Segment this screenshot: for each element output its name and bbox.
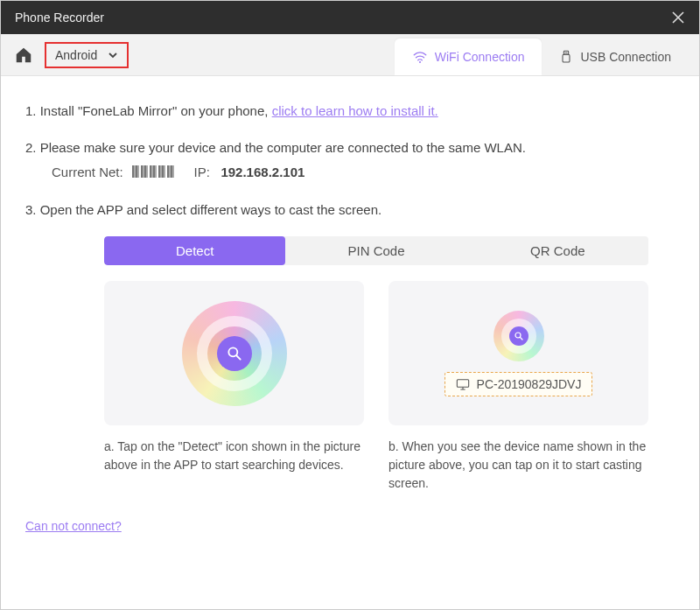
- wifi-icon: [412, 49, 428, 65]
- tab-usb-label: USB Connection: [580, 50, 671, 64]
- svg-rect-1: [564, 51, 569, 54]
- cast-method-tabs: Detect PIN Code QR Code: [104, 236, 648, 265]
- toolbar: Android WiFi Connection USB Connection: [1, 34, 699, 76]
- app-title: Phone Recorder: [15, 11, 104, 25]
- usb-icon: [559, 49, 573, 65]
- connection-tabs: WiFi Connection USB Connection: [395, 34, 689, 75]
- svg-rect-2: [563, 54, 570, 62]
- svg-rect-4: [567, 53, 568, 53]
- step-2: 2. Please make sure your device and the …: [25, 137, 675, 184]
- card-device: PC-20190829JDVJ b. When you see the devi…: [388, 281, 648, 493]
- cannot-connect-link[interactable]: Can not connect?: [25, 519, 122, 533]
- card-device-caption: b. When you see the device name shown in…: [388, 438, 648, 493]
- cast-tab-detect[interactable]: Detect: [104, 236, 285, 265]
- card-detect-caption: a. Tap on the "Detect" icon shown in the…: [104, 438, 364, 474]
- card-device-visual: PC-20190829JDVJ: [388, 281, 648, 425]
- device-dropdown[interactable]: Android: [45, 42, 129, 68]
- svg-point-0: [419, 61, 421, 63]
- cast-tab-pin[interactable]: PIN Code: [285, 236, 466, 265]
- cast-tab-qr[interactable]: QR Code: [467, 236, 648, 265]
- device-dropdown-label: Android: [55, 48, 97, 62]
- device-name-text: PC-20190829JDVJ: [477, 377, 582, 391]
- titlebar: Phone Recorder: [1, 1, 699, 34]
- ip-value: 192.168.2.101: [220, 165, 304, 179]
- step-3-text: 3. Open the APP and select different way…: [25, 200, 675, 221]
- svg-point-5: [228, 347, 237, 356]
- detect-ring-icon: [182, 301, 287, 406]
- app-window: Phone Recorder Android WiFi Connection: [0, 0, 700, 610]
- search-icon-small: [509, 326, 528, 346]
- card-detect: a. Tap on the "Detect" icon shown in the…: [104, 281, 364, 493]
- detect-ring-small-icon: [494, 311, 544, 361]
- content-area: 1. Install "FoneLab Mirror" on your phon…: [1, 76, 699, 609]
- step-1: 1. Install "FoneLab Mirror" on your phon…: [25, 101, 675, 122]
- card-detect-visual: [104, 281, 364, 425]
- step-2-text: 2. Please make sure your device and the …: [25, 137, 675, 158]
- tab-usb-connection[interactable]: USB Connection: [542, 39, 689, 75]
- svg-rect-3: [565, 53, 566, 53]
- ssid-value-blurred: [132, 163, 174, 184]
- svg-rect-7: [457, 379, 468, 387]
- step-1-text: 1. Install "FoneLab Mirror" on your phon…: [25, 103, 272, 118]
- tab-wifi-connection[interactable]: WiFi Connection: [395, 39, 542, 75]
- search-icon: [217, 336, 252, 371]
- step-3: 3. Open the APP and select different way…: [25, 200, 675, 221]
- home-icon[interactable]: [11, 43, 36, 67]
- chevron-down-icon: [108, 50, 118, 60]
- device-name-tag: PC-20190829JDVJ: [444, 372, 593, 396]
- network-info: Current Net: IP: 192.168.2.101: [25, 162, 675, 184]
- monitor-icon: [456, 378, 470, 390]
- instruction-cards: a. Tap on the "Detect" icon shown in the…: [104, 281, 648, 493]
- install-help-link[interactable]: click to learn how to install it.: [272, 103, 438, 118]
- ip-label: IP:: [194, 165, 210, 179]
- close-icon[interactable]: [671, 11, 685, 25]
- current-net-label: Current Net:: [52, 165, 123, 179]
- tab-wifi-label: WiFi Connection: [435, 50, 525, 64]
